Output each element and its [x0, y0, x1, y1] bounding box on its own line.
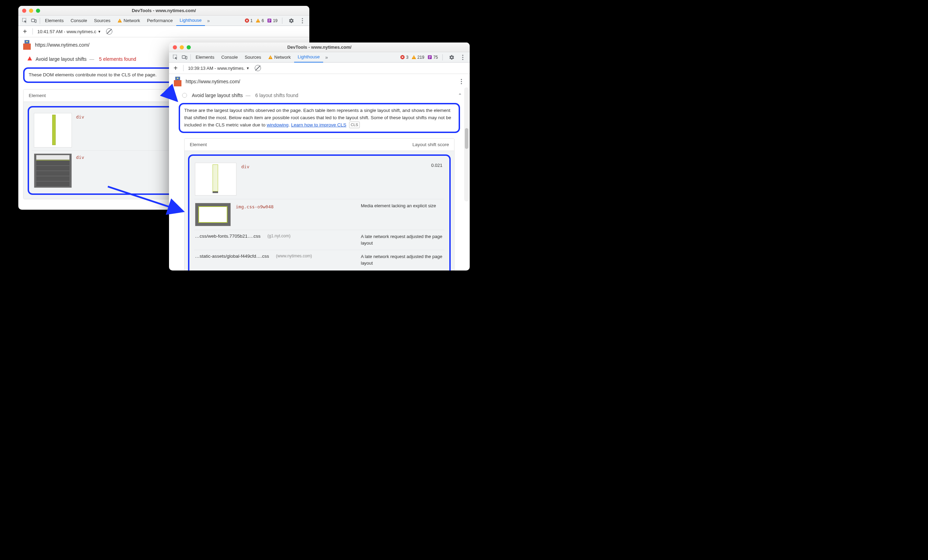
svg-rect-9 — [269, 19, 271, 20]
root-cause: A late network request adjusted the page… — [361, 234, 444, 247]
devtools-window-right: DevTools - www.nytimes.com/ Elements Con… — [169, 43, 470, 271]
svg-rect-19 — [270, 58, 271, 58]
issues-icon — [267, 18, 272, 23]
clear-icon[interactable] — [106, 28, 112, 35]
layout-shifts-highlight: div 0.021 img.css-o9w048 Media element l… — [188, 154, 451, 271]
errors-badge[interactable]: 3 — [400, 55, 409, 60]
settings-icon[interactable] — [447, 53, 456, 62]
report-dropdown[interactable]: 10:39:13 AM - www.nytimes. ▼ — [188, 65, 250, 71]
svg-point-27 — [462, 55, 463, 56]
audit-title: Avoid large layout shifts — [192, 93, 243, 98]
audit-found-count: 6 layout shifts found — [255, 93, 299, 98]
tab-sources[interactable]: Sources — [241, 52, 265, 62]
minimize-icon[interactable] — [29, 9, 33, 13]
tab-lighthouse[interactable]: Lighthouse — [294, 52, 323, 62]
link-learn-cls[interactable]: Learn how to improve CLS — [291, 122, 346, 128]
warning-triangle-icon — [268, 55, 273, 59]
more-menu-icon[interactable] — [299, 16, 306, 25]
issues-icon — [427, 55, 432, 60]
fail-triangle-icon — [27, 56, 32, 62]
svg-rect-18 — [270, 57, 271, 58]
warning-icon — [256, 18, 261, 23]
panel-tabs: Elements Console Sources Network Lightho… — [169, 52, 470, 62]
layout-shift-score: 0.021 — [431, 163, 444, 168]
table-row[interactable]: div 0.021 — [194, 159, 444, 199]
more-menu-icon[interactable] — [459, 53, 466, 62]
lighthouse-icon — [174, 77, 182, 86]
svg-point-29 — [462, 59, 463, 60]
chevron-down-icon: ▼ — [246, 66, 250, 70]
tab-elements[interactable]: Elements — [192, 52, 218, 62]
svg-point-30 — [461, 79, 462, 80]
svg-rect-6 — [258, 20, 258, 21]
close-icon[interactable] — [22, 9, 26, 13]
report-menu-icon[interactable] — [458, 77, 465, 86]
report-url: https://www.nytimes.com/ — [35, 42, 90, 48]
report-dropdown[interactable]: 10:41:57 AM - www.nytimes.c ▼ — [37, 29, 101, 34]
table-row[interactable]: img.css-o9w048 Media element lacking an … — [194, 199, 444, 230]
info-circle-icon — [182, 93, 187, 98]
more-tabs-icon[interactable]: » — [323, 55, 330, 60]
svg-point-14 — [302, 22, 303, 23]
issues-badge[interactable]: 75 — [427, 55, 438, 60]
tab-console[interactable]: Console — [218, 52, 241, 62]
chevron-up-icon[interactable]: ⌃ — [458, 93, 462, 98]
element-thumbnail — [195, 163, 237, 196]
svg-point-32 — [461, 83, 462, 84]
inspect-element-icon[interactable] — [171, 53, 180, 62]
maximize-icon[interactable] — [36, 9, 40, 13]
resource-path: …static-assets/global-f449cfd….css — [195, 254, 269, 259]
device-mode-icon[interactable] — [29, 16, 38, 25]
tab-network[interactable]: Network — [265, 52, 295, 62]
errors-badge[interactable]: 1 — [244, 18, 253, 23]
tab-console[interactable]: Console — [67, 15, 90, 26]
error-icon — [400, 55, 405, 60]
traffic-lights — [22, 9, 40, 13]
audit-title: Avoid large layout shifts — [36, 56, 87, 62]
element-tag: div — [76, 114, 84, 148]
svg-rect-25 — [429, 57, 431, 57]
inspect-element-icon[interactable] — [20, 16, 29, 25]
table-row[interactable]: …static-assets/global-f449cfd….css (www.… — [194, 250, 444, 270]
tab-sources[interactable]: Sources — [90, 15, 114, 26]
maximize-icon[interactable] — [187, 45, 191, 49]
more-tabs-icon[interactable]: » — [205, 18, 212, 23]
device-mode-icon[interactable] — [180, 53, 189, 62]
element-tag: div — [241, 164, 249, 169]
audit-row-cls[interactable]: Avoid large layout shifts — 6 layout shi… — [174, 89, 465, 100]
scrollbar[interactable] — [464, 87, 469, 201]
tab-lighthouse[interactable]: Lighthouse — [176, 15, 205, 26]
tab-network[interactable]: Network — [114, 15, 144, 26]
minimize-icon[interactable] — [180, 45, 184, 49]
titlebar: DevTools - www.nytimes.com/ — [18, 6, 309, 15]
warnings-badge[interactable]: 219 — [412, 55, 424, 60]
window-title: DevTools - www.nytimes.com/ — [18, 8, 309, 13]
issues-badge[interactable]: 19 — [267, 18, 278, 23]
svg-rect-24 — [429, 56, 431, 56]
table-row[interactable]: …css/web-fonts.7705b21….css (g1.nyt.com)… — [194, 230, 444, 250]
root-cause: Media element lacking an explicit size — [361, 203, 444, 209]
lighthouse-icon — [23, 40, 31, 50]
new-report-button[interactable]: + — [172, 64, 179, 72]
close-icon[interactable] — [173, 45, 177, 49]
clear-icon[interactable] — [255, 65, 261, 71]
link-windowing[interactable]: windowing — [267, 122, 288, 128]
svg-rect-21 — [414, 57, 414, 58]
new-report-button[interactable]: + — [22, 27, 28, 36]
warnings-badge[interactable]: 6 — [256, 18, 264, 23]
tab-elements[interactable]: Elements — [41, 15, 67, 26]
svg-rect-7 — [258, 21, 258, 22]
tab-performance[interactable]: Performance — [143, 15, 176, 26]
lighthouse-toolbar: + 10:39:13 AM - www.nytimes. ▼ — [169, 62, 470, 74]
element-thumbnail — [34, 113, 72, 148]
svg-point-13 — [302, 20, 303, 21]
chevron-down-icon: ▼ — [98, 30, 101, 33]
svg-rect-26 — [429, 58, 430, 58]
settings-icon[interactable] — [287, 16, 296, 25]
svg-point-12 — [302, 18, 303, 19]
svg-point-31 — [461, 81, 462, 82]
report-url-row: https://www.nytimes.com/ — [169, 74, 470, 89]
warning-triangle-icon — [118, 18, 122, 23]
root-cause: A late network request adjusted the page… — [361, 254, 444, 267]
table-header: Element Layout shift score — [185, 138, 454, 151]
